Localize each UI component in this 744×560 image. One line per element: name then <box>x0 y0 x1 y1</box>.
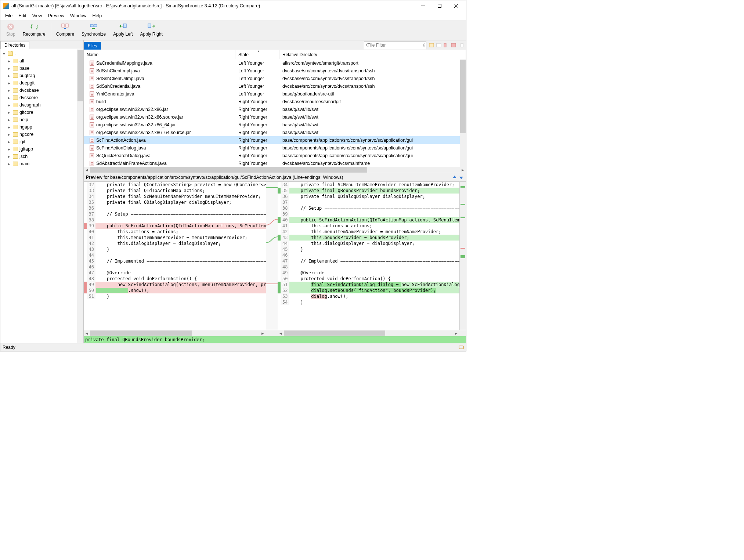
diff-line[interactable]: 50 .show(); <box>84 288 266 293</box>
diff-line[interactable]: 36 private final QDialogDisplayer dialog… <box>278 194 460 199</box>
diff-line[interactable]: 49 new ScFindActionDialog(actions, menuI… <box>84 282 266 288</box>
diff-line[interactable]: 44 this.dialogDisplayer = dialogDisplaye… <box>278 241 460 246</box>
file-row[interactable]: SdSshClientUiImpl.javaLeft Youngerdvcsba… <box>84 75 466 82</box>
diff-line[interactable]: 38 // Setup ============================… <box>278 205 460 211</box>
tab-directories[interactable]: Directories <box>0 41 29 49</box>
diff-line[interactable]: 48 protected void doPerformAction() { <box>84 276 266 282</box>
tree-item-gitcore[interactable]: ▸gitcore <box>0 109 83 116</box>
tree-item-hgapp[interactable]: ▸hgapp <box>0 123 83 131</box>
file-row[interactable]: SdAbstractMainFrameActions.javaRight You… <box>84 159 466 167</box>
col-state[interactable]: State <box>235 50 279 59</box>
close-button[interactable] <box>448 1 464 11</box>
diff-line[interactable]: 42 this.menuItemNameProvider = menuItemN… <box>278 229 460 235</box>
file-row[interactable]: org.eclipse.swt.win32.win32.x86_64.sourc… <box>84 129 466 136</box>
diff-line[interactable]: 34 private final ScMenuItemNameProvider … <box>278 182 460 188</box>
diff-line[interactable]: 47 @Override <box>84 270 266 276</box>
diff-right-hscroll[interactable]: ◂▸ <box>278 330 460 336</box>
file-row[interactable]: org.eclipse.swt.win32.win32.x86_64.jarRi… <box>84 121 466 129</box>
filter-state-5-icon[interactable] <box>457 41 465 49</box>
diff-line[interactable]: 47 // Implemented ======================… <box>278 258 460 264</box>
file-row[interactable]: ScQuickSearchDialog.javaRight Youngerbas… <box>84 152 466 159</box>
menu-preview[interactable]: Preview <box>46 12 67 19</box>
diff-line[interactable]: 43 } <box>84 246 266 252</box>
diff-line[interactable]: 43 this.boundsProvider = boundsProvider; <box>278 235 460 241</box>
file-filter-box[interactable] <box>364 41 426 49</box>
diff-line[interactable]: 41 this.actions = actions; <box>278 223 460 229</box>
tree-item-dvcsbase[interactable]: ▸dvcsbase <box>0 87 83 94</box>
file-row[interactable]: YmlGenerator.javaLeft Youngerbase/q/boot… <box>84 90 466 98</box>
tree-item-all[interactable]: ▸all <box>0 57 83 65</box>
diff-line[interactable]: 32 private final QContainer<String> prev… <box>84 182 266 188</box>
diff-line[interactable]: 41 this.menuItemNameProvider = menuItemN… <box>84 235 266 241</box>
diff-line[interactable]: 42 this.dialogDisplayer = dialogDisplaye… <box>84 241 266 246</box>
diff-line[interactable]: 34 private final ScMenuItemNameProvider … <box>84 194 266 199</box>
diff-left-side[interactable]: 32 private final QContainer<String> prev… <box>84 182 266 330</box>
file-row[interactable]: org.eclipse.swt.win32.win32.x86.jarRight… <box>84 105 466 113</box>
filter-state-3-icon[interactable] <box>443 41 450 49</box>
recompare-button[interactable]: Recompare <box>19 22 49 38</box>
files-table-body[interactable]: SaCredentialMappings.javaLeft Youngerall… <box>84 59 466 167</box>
file-row[interactable]: buildRight Youngerdvcsbase/resources/sma… <box>84 98 466 105</box>
diff-line[interactable]: 33 private final QIdToActionMap actions; <box>84 188 266 194</box>
diff-right-side[interactable]: 34 private final ScMenuItemNameProvider … <box>278 182 460 330</box>
clear-filter-icon[interactable] <box>423 43 425 48</box>
file-filter-input[interactable] <box>368 43 423 48</box>
files-horizontal-scrollbar[interactable]: ◂ ▸ <box>84 167 466 173</box>
diff-line[interactable]: 37 // Setup ============================… <box>84 211 266 217</box>
synchronize-button[interactable]: Synchronize <box>78 22 109 38</box>
status-notification-icon[interactable] <box>459 345 464 350</box>
apply-left-button[interactable]: Apply Left <box>109 22 136 38</box>
menu-file[interactable]: File <box>3 12 15 19</box>
file-row[interactable]: ScFindActionDialog.javaRight Youngerbase… <box>84 144 466 152</box>
col-name[interactable]: Name <box>84 50 235 59</box>
diff-line[interactable]: 54 } <box>278 299 460 305</box>
diff-line[interactable]: 46 <box>84 264 266 270</box>
tree-item-base[interactable]: ▸base <box>0 65 83 72</box>
tree-root[interactable]: ▾. <box>0 50 83 57</box>
diff-line[interactable]: 52 dialog.setBounds("findAction", bounds… <box>278 288 460 293</box>
file-row[interactable]: org.eclipse.swt.win32.win32.x86.source.j… <box>84 113 466 121</box>
tree-item-jgitapp[interactable]: ▸jgitapp <box>0 145 83 153</box>
diff-line[interactable]: 45 } <box>278 246 460 252</box>
menu-edit[interactable]: Edit <box>16 12 29 19</box>
menu-view[interactable]: View <box>30 12 45 19</box>
filter-state-1-icon[interactable] <box>428 41 435 49</box>
tree-item-dvcscore[interactable]: ▸dvcscore <box>0 94 83 101</box>
hscroll-left-arrow[interactable]: ◂ <box>84 167 90 173</box>
diff-left-hscroll[interactable]: ◂▸ <box>84 330 266 336</box>
files-vertical-scrollbar[interactable] <box>460 59 466 167</box>
diff-line[interactable]: 38 <box>84 217 266 223</box>
tree-item-bugtraq[interactable]: ▸bugtraq <box>0 72 83 79</box>
file-row[interactable]: ScFindActionAction.javaRight Youngerbase… <box>84 136 466 144</box>
diff-line[interactable]: 48 <box>278 264 460 270</box>
file-row[interactable]: SdSshCredential.javaLeft Youngerdvcsbase… <box>84 82 466 90</box>
menu-help[interactable]: Help <box>90 12 105 19</box>
diff-line[interactable]: 40 public ScFindActionAction(QIdToAction… <box>278 217 460 223</box>
prev-diff-icon[interactable] <box>452 175 457 180</box>
hscroll-right-arrow[interactable]: ▸ <box>460 167 466 173</box>
diff-vertical-scrollbar[interactable] <box>460 182 466 330</box>
tree-vertical-scrollbar[interactable] <box>77 49 83 343</box>
diff-line[interactable]: 53 dialog.show(); <box>278 293 460 299</box>
compare-button[interactable]: Compare <box>53 22 78 38</box>
diff-line[interactable]: 50 protected void doPerformAction() { <box>278 276 460 282</box>
tree-item-hgcore[interactable]: ▸hgcore <box>0 131 83 138</box>
diff-line[interactable]: 44 <box>84 252 266 258</box>
diff-line[interactable]: 39 <box>278 211 460 217</box>
diff-line[interactable]: 49 @Override <box>278 270 460 276</box>
tree-item-help[interactable]: ▸help <box>0 116 83 123</box>
tree-item-main[interactable]: ▸main <box>0 160 83 167</box>
menu-window[interactable]: Window <box>68 12 89 19</box>
diff-line[interactable]: 36 <box>84 205 266 211</box>
diff-overview[interactable] <box>459 182 466 330</box>
diff-line[interactable]: 51 } <box>84 293 266 299</box>
diff-line[interactable]: 46 <box>278 252 460 258</box>
next-diff-icon[interactable] <box>459 175 464 180</box>
file-row[interactable]: SdSshClientImpl.javaLeft Youngerdvcsbase… <box>84 67 466 75</box>
diff-line[interactable]: 39 public ScFindActionAction(QIdToAction… <box>84 223 266 229</box>
file-row[interactable]: SaCredentialMappings.javaLeft Youngerall… <box>84 59 466 67</box>
tree-item-dvcsgraph[interactable]: ▸dvcsgraph <box>0 101 83 109</box>
tab-files[interactable]: Files <box>84 42 101 50</box>
tree-item-deepgit[interactable]: ▸deepgit <box>0 79 83 87</box>
filter-state-2-icon[interactable] <box>435 41 443 49</box>
